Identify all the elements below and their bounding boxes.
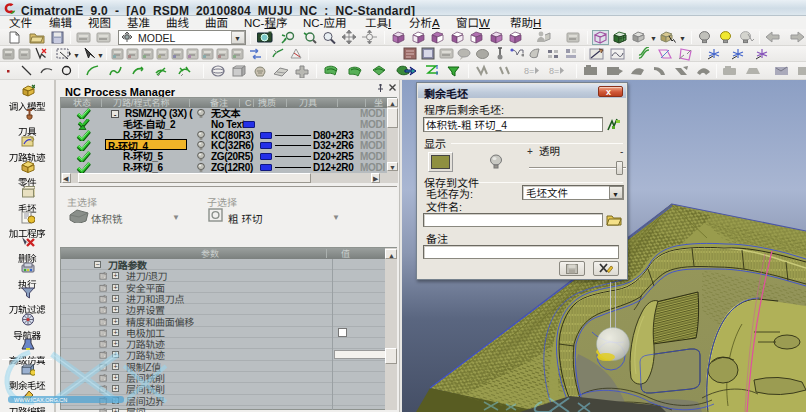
svg-text:8=: 8= (524, 64, 534, 77)
svg-text:8=: 8= (549, 64, 559, 77)
